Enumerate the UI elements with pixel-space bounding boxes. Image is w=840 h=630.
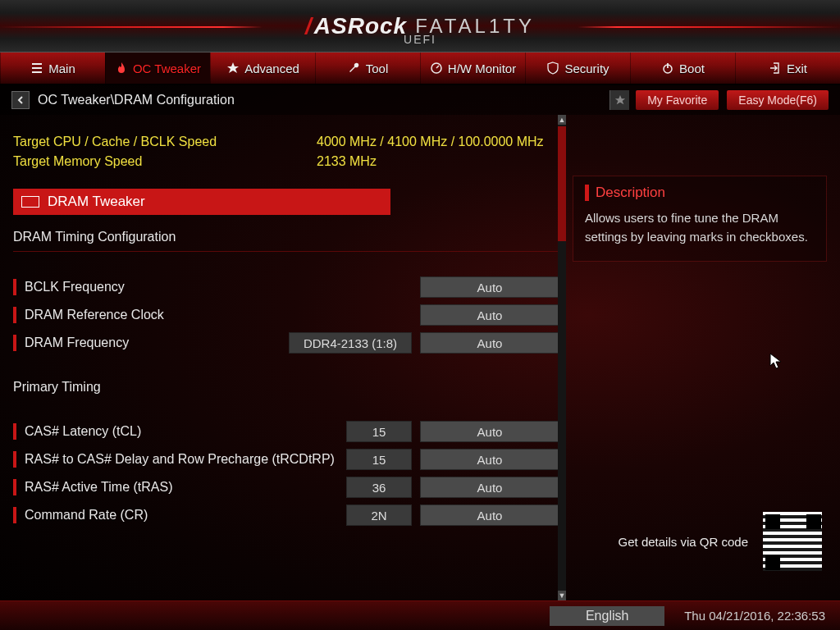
tab-security[interactable]: Security: [525, 52, 630, 84]
power-icon: [661, 62, 674, 75]
target-memory-label: Target Memory Speed: [13, 154, 317, 169]
target-cpu-value: 4000 MHz / 4100 MHz / 100.0000 MHz: [317, 135, 544, 149]
setting-label: DRAM Frequency: [25, 336, 289, 350]
star-icon: [614, 94, 626, 106]
auto-button[interactable]: Auto: [420, 421, 559, 442]
marker-icon: [13, 479, 16, 495]
value-box[interactable]: 2N: [346, 504, 412, 526]
tab-bar: Main OC Tweaker Advanced Tool H/W Monito…: [0, 52, 840, 85]
tab-label: Tool: [366, 62, 389, 75]
gauge-icon: [430, 62, 443, 75]
auto-button[interactable]: Auto: [420, 477, 559, 498]
tab-oc-tweaker[interactable]: OC Tweaker: [105, 52, 210, 84]
wrench-icon: [348, 62, 361, 75]
marker-icon: [13, 307, 16, 323]
value-box[interactable]: 15: [346, 421, 412, 442]
chip-icon: [21, 196, 39, 208]
favorite-star-button[interactable]: [609, 90, 629, 110]
qr-code-icon: [763, 512, 822, 571]
setting-tras[interactable]: RAS# Active Time (tRAS) 36 Auto: [13, 473, 559, 501]
setting-command-rate[interactable]: Command Rate (CR) 2N Auto: [13, 501, 559, 529]
tab-label: Advanced: [244, 62, 299, 75]
auto-label: Auto: [477, 336, 503, 350]
marker-icon: [13, 279, 16, 295]
marker-icon: [13, 423, 16, 440]
dram-tweaker-item[interactable]: DRAM Tweaker: [13, 189, 390, 215]
scrollbar[interactable]: ▲ ▼: [558, 115, 566, 600]
scroll-down-arrow[interactable]: ▼: [558, 591, 566, 600]
divider: [13, 251, 559, 252]
setting-tcl[interactable]: CAS# Latency (tCL) 15 Auto: [13, 418, 559, 445]
value-text: 2N: [371, 509, 386, 523]
marker-icon: [13, 507, 16, 523]
value-text: 36: [372, 481, 386, 495]
tab-tool[interactable]: Tool: [315, 52, 420, 84]
qr-caption: Get details via QR code: [619, 535, 748, 549]
main-area: Target CPU / Cache / BCLK Speed 4000 MHz…: [0, 115, 840, 600]
language-label: English: [586, 609, 628, 623]
marker-icon: [13, 451, 16, 468]
description-card: Description Allows users to fine tune th…: [573, 176, 827, 262]
setting-dram-reference-clock[interactable]: DRAM Reference Clock Auto: [13, 301, 559, 329]
tab-boot[interactable]: Boot: [630, 52, 735, 84]
list-icon: [30, 62, 43, 75]
footer-bar: English Thu 04/21/2016, 22:36:53: [0, 600, 840, 630]
auto-button[interactable]: Auto: [420, 449, 559, 470]
auto-button[interactable]: Auto: [420, 304, 559, 326]
tab-label: Main: [48, 62, 75, 75]
auto-button[interactable]: Auto: [420, 332, 559, 354]
description-title: Description: [596, 185, 665, 201]
tab-exit[interactable]: Exit: [735, 52, 840, 84]
target-cpu-row: Target CPU / Cache / BCLK Speed 4000 MHz…: [13, 135, 559, 149]
flame-icon: [115, 62, 128, 75]
target-memory-row: Target Memory Speed 2133 MHz: [13, 154, 559, 169]
auto-label: Auto: [477, 308, 503, 322]
auto-button[interactable]: Auto: [420, 504, 559, 526]
setting-label: RAS# to CAS# Delay and Row Precharge (tR…: [25, 452, 346, 467]
value-box[interactable]: 15: [346, 449, 412, 470]
tab-label: OC Tweaker: [133, 62, 201, 75]
setting-label: Command Rate (CR): [25, 508, 346, 523]
back-button[interactable]: [11, 91, 30, 109]
value-text: 15: [372, 425, 386, 439]
settings-pane: Target CPU / Cache / BCLK Speed 4000 MHz…: [0, 115, 566, 600]
tab-main[interactable]: Main: [0, 52, 105, 84]
auto-label: Auto: [477, 481, 503, 495]
my-favorite-button[interactable]: My Favorite: [636, 90, 719, 110]
target-memory-value: 2133 MHz: [317, 154, 377, 169]
star-icon: [226, 62, 240, 75]
language-select[interactable]: English: [550, 606, 664, 626]
tab-label: Exit: [787, 62, 807, 75]
auto-label: Auto: [477, 281, 503, 294]
value-text: 15: [372, 453, 386, 467]
value-box[interactable]: 36: [346, 477, 412, 498]
section-dram-timing: DRAM Timing Configuration: [13, 230, 559, 244]
exit-icon: [769, 62, 782, 75]
setting-label: RAS# Active Time (tRAS): [25, 480, 346, 495]
setting-label: DRAM Reference Clock: [25, 308, 420, 322]
setting-dram-frequency[interactable]: DRAM Frequency DDR4-2133 (1:8) Auto: [13, 329, 559, 357]
setting-label: CAS# Latency (tCL): [25, 424, 346, 439]
brand-asrock: ASRock: [305, 13, 407, 39]
easy-mode-button[interactable]: Easy Mode(F6): [727, 90, 829, 110]
setting-trcdtrp[interactable]: RAS# to CAS# Delay and Row Precharge (tR…: [13, 445, 559, 473]
tab-label: Security: [564, 62, 609, 75]
auto-button[interactable]: Auto: [420, 276, 559, 298]
target-cpu-label: Target CPU / Cache / BCLK Speed: [13, 135, 317, 149]
value-box[interactable]: DDR4-2133 (1:8): [289, 332, 412, 354]
logo-bar: ASRock FATAL1TY UEFI: [0, 0, 840, 52]
value-text: DDR4-2133 (1:8): [304, 336, 397, 350]
tab-label: Boot: [679, 62, 705, 75]
tab-hw-monitor[interactable]: H/W Monitor: [420, 52, 525, 84]
setting-bclk-frequency[interactable]: BCLK Frequency Auto: [13, 273, 559, 301]
marker-icon: [13, 335, 16, 351]
breadcrumb: OC Tweaker\DRAM Configuration: [38, 93, 235, 107]
scroll-up-arrow[interactable]: ▲: [558, 115, 566, 125]
marker-icon: [585, 185, 589, 201]
button-label: Easy Mode(F6): [738, 94, 817, 107]
chevron-left-icon: [16, 96, 25, 104]
scroll-thumb[interactable]: [558, 126, 566, 241]
info-pane: Description Allows users to fine tune th…: [566, 115, 840, 600]
tab-advanced[interactable]: Advanced: [210, 52, 315, 84]
section-primary-timing: Primary Timing: [13, 380, 559, 395]
